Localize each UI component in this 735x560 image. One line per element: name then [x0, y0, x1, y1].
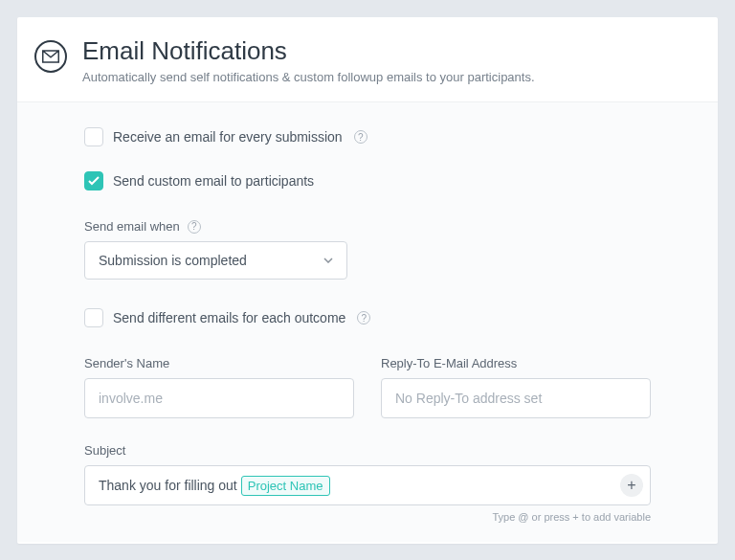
- subject-field: Thank you for filling out Project Name +: [84, 465, 651, 505]
- subject-input[interactable]: Thank you for filling out Project Name: [84, 465, 651, 505]
- mail-icon: [34, 40, 67, 73]
- receive-every-checkbox[interactable]: [84, 127, 103, 146]
- chevron-down-icon: [323, 256, 333, 265]
- header-text: Email Notifications Automatically send s…: [82, 36, 535, 84]
- sender-name-label: Sender's Name: [84, 356, 354, 370]
- page-title: Email Notifications: [82, 36, 535, 66]
- option-send-custom: Send custom email to participants: [84, 171, 651, 190]
- variable-hint: Type @ or press + to add variable: [84, 511, 651, 523]
- send-custom-checkbox[interactable]: [84, 171, 103, 190]
- sender-row: Sender's Name Reply-To E-Mail Address: [84, 356, 651, 418]
- sender-name-input[interactable]: [84, 378, 354, 418]
- trigger-value: Submission is completed: [99, 253, 247, 268]
- reply-to-input[interactable]: [381, 378, 651, 418]
- trigger-select[interactable]: Submission is completed: [84, 241, 347, 280]
- page-subtitle: Automatically send self notifications & …: [82, 70, 535, 84]
- panel-header: Email Notifications Automatically send s…: [17, 17, 718, 102]
- subject-label: Subject: [84, 443, 651, 458]
- add-variable-button[interactable]: +: [620, 474, 643, 497]
- receive-every-label: Receive an email for every submission: [113, 129, 343, 145]
- reply-to-col: Reply-To E-Mail Address: [381, 356, 651, 418]
- trigger-label: Send email when ?: [84, 219, 651, 234]
- subject-text: Thank you for filling out: [99, 478, 237, 493]
- reply-to-label: Reply-To E-Mail Address: [381, 356, 651, 370]
- variable-pill[interactable]: Project Name: [241, 476, 330, 496]
- panel-body: Receive an email for every submission ? …: [17, 102, 718, 542]
- help-icon[interactable]: ?: [354, 130, 368, 144]
- different-outcome-checkbox[interactable]: [84, 308, 103, 327]
- option-receive-every: Receive an email for every submission ?: [84, 127, 651, 146]
- sender-name-col: Sender's Name: [84, 356, 354, 418]
- option-different-outcome: Send different emails for each outcome ?: [84, 308, 651, 327]
- help-icon[interactable]: ?: [357, 311, 370, 325]
- send-custom-label: Send custom email to participants: [113, 173, 314, 189]
- settings-panel: Email Notifications Automatically send s…: [17, 17, 718, 544]
- different-outcome-label: Send different emails for each outcome: [113, 310, 345, 325]
- help-icon[interactable]: ?: [188, 220, 201, 234]
